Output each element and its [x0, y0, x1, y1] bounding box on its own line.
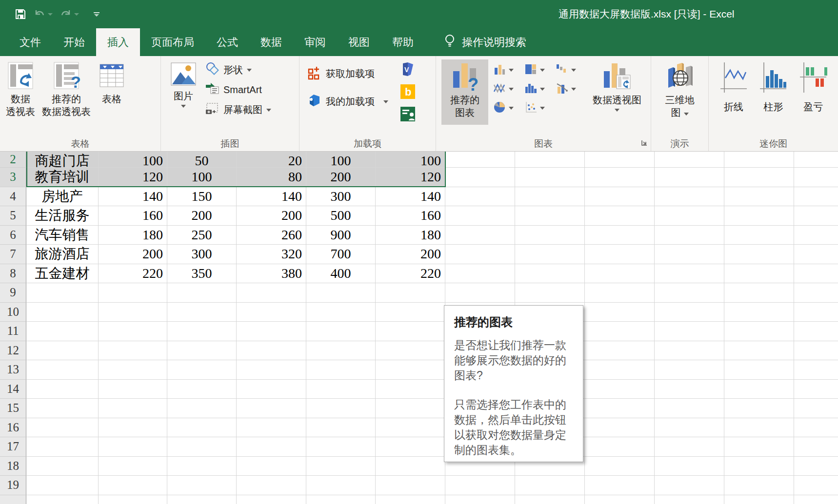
- cell[interactable]: [237, 360, 306, 380]
- cell[interactable]: [306, 303, 376, 322]
- cell[interactable]: [445, 283, 515, 303]
- cell[interactable]: [655, 476, 724, 495]
- tab-file[interactable]: 文件: [8, 28, 52, 56]
- cell[interactable]: [167, 360, 237, 380]
- redo-icon[interactable]: [60, 8, 79, 20]
- cell[interactable]: [237, 283, 306, 303]
- cell[interactable]: [655, 322, 724, 341]
- tab-page-layout[interactable]: 页面布局: [140, 28, 205, 56]
- insert-combo-chart-button[interactable]: [554, 79, 585, 98]
- cell[interactable]: [167, 457, 237, 476]
- cell[interactable]: 150: [167, 187, 237, 207]
- sparkline-winloss-button[interactable]: 盈亏: [799, 59, 827, 113]
- cell[interactable]: [794, 152, 838, 168]
- cell[interactable]: [655, 245, 724, 264]
- cell[interactable]: [376, 418, 445, 438]
- cell[interactable]: [237, 380, 306, 399]
- cell[interactable]: [167, 303, 237, 322]
- cell[interactable]: [585, 303, 655, 322]
- cell[interactable]: [306, 399, 376, 418]
- cell[interactable]: [167, 399, 237, 418]
- cell[interactable]: [794, 264, 838, 284]
- cell[interactable]: 320: [237, 245, 306, 264]
- cell[interactable]: 180: [376, 226, 445, 245]
- cell[interactable]: [655, 380, 724, 399]
- cell[interactable]: [306, 495, 376, 504]
- insert-line-chart-button[interactable]: [491, 79, 522, 98]
- my-addins-button[interactable]: 我的加载项: [307, 93, 388, 110]
- cell[interactable]: [26, 303, 99, 322]
- row-header[interactable]: 5: [0, 206, 26, 226]
- cell[interactable]: [515, 152, 585, 168]
- my-addins-dropdown-caret[interactable]: [383, 100, 388, 103]
- cell[interactable]: [99, 495, 167, 504]
- row-header[interactable]: 12: [0, 341, 26, 361]
- cell[interactable]: [794, 226, 838, 245]
- cell[interactable]: [376, 495, 445, 504]
- cell[interactable]: [724, 152, 794, 168]
- cell[interactable]: 260: [237, 226, 306, 245]
- cell[interactable]: [99, 457, 167, 476]
- cell[interactable]: [724, 457, 794, 476]
- cell[interactable]: [585, 341, 655, 361]
- cell[interactable]: [724, 226, 794, 245]
- cell[interactable]: [585, 226, 655, 245]
- cell[interactable]: [585, 437, 655, 457]
- cell[interactable]: 教育培训: [26, 168, 99, 187]
- cell[interactable]: [724, 264, 794, 284]
- table-button[interactable]: 表格: [98, 59, 126, 105]
- cell[interactable]: [445, 187, 515, 207]
- cell[interactable]: [167, 283, 237, 303]
- recommended-charts-button[interactable]: ? 推荐的 图表: [441, 59, 488, 125]
- cell[interactable]: [585, 418, 655, 438]
- cell[interactable]: [167, 437, 237, 457]
- tab-insert[interactable]: 插入: [96, 28, 140, 56]
- cell[interactable]: [26, 380, 99, 399]
- cell[interactable]: [794, 418, 838, 438]
- cell[interactable]: 700: [306, 245, 376, 264]
- cell[interactable]: [794, 206, 838, 226]
- cell[interactable]: [655, 206, 724, 226]
- row-header[interactable]: 7: [0, 245, 26, 264]
- cell[interactable]: 五金建材: [26, 264, 99, 284]
- cell[interactable]: [515, 245, 585, 264]
- cell[interactable]: [655, 303, 724, 322]
- cell[interactable]: 300: [306, 187, 376, 207]
- cell[interactable]: [655, 152, 724, 168]
- customize-qat-icon[interactable]: [94, 12, 100, 17]
- cell[interactable]: [306, 322, 376, 341]
- 3d-map-dropdown-caret[interactable]: [684, 113, 689, 116]
- cell[interactable]: [655, 226, 724, 245]
- cell[interactable]: [376, 457, 445, 476]
- cell[interactable]: [376, 380, 445, 399]
- cell[interactable]: [655, 283, 724, 303]
- cell[interactable]: [724, 322, 794, 341]
- cell[interactable]: 生活服务: [26, 206, 99, 226]
- cell[interactable]: [376, 303, 445, 322]
- cell[interactable]: 160: [376, 206, 445, 226]
- cell[interactable]: [515, 264, 585, 284]
- pivot-table-button[interactable]: 数据 透视表: [6, 59, 35, 118]
- cell[interactable]: [306, 341, 376, 361]
- cell[interactable]: 140: [376, 187, 445, 207]
- get-addins-button[interactable]: 获取加载项: [307, 65, 388, 82]
- cell[interactable]: [99, 476, 167, 495]
- cell[interactable]: [724, 303, 794, 322]
- cell[interactable]: [794, 322, 838, 341]
- cell[interactable]: [376, 360, 445, 380]
- tab-review[interactable]: 审阅: [293, 28, 337, 56]
- cell[interactable]: [99, 283, 167, 303]
- cell[interactable]: [167, 322, 237, 341]
- cell[interactable]: [237, 303, 306, 322]
- cell[interactable]: [794, 283, 838, 303]
- row-header[interactable]: 13: [0, 360, 26, 380]
- cell[interactable]: [794, 187, 838, 207]
- row-header[interactable]: 10: [0, 303, 26, 322]
- cell[interactable]: [585, 457, 655, 476]
- charts-dialog-launcher-icon[interactable]: [640, 139, 648, 149]
- cell[interactable]: [306, 360, 376, 380]
- cell[interactable]: [167, 418, 237, 438]
- cell[interactable]: [26, 360, 99, 380]
- cell[interactable]: [794, 168, 838, 187]
- people-graph-addin-icon[interactable]: [400, 106, 416, 124]
